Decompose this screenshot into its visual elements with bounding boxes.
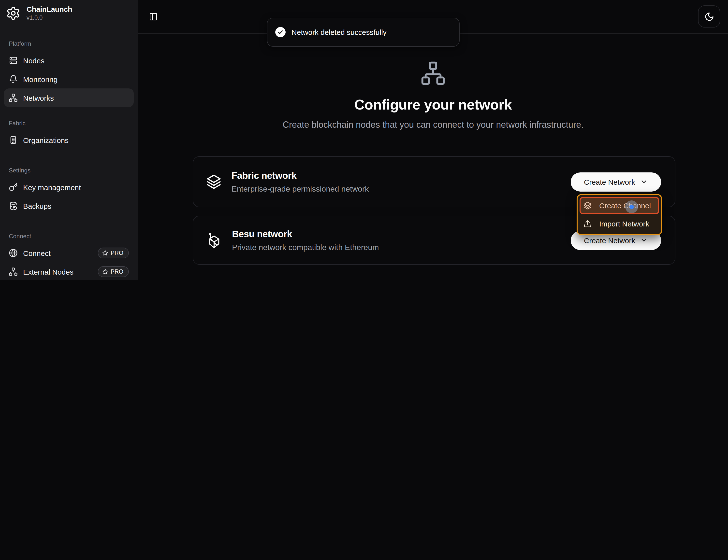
chainlaunch-logo-icon bbox=[6, 6, 21, 21]
menu-item-import-network[interactable]: Import Network bbox=[580, 215, 659, 232]
sidebar-item-label: Organizations bbox=[23, 136, 129, 145]
section-label-fabric: Fabric bbox=[0, 120, 138, 127]
layers-icon bbox=[583, 202, 592, 210]
pro-badge-label: PRO bbox=[111, 250, 123, 257]
nav-fabric: Organizations bbox=[0, 131, 138, 150]
sidebar-item-nodes[interactable]: Nodes bbox=[4, 51, 134, 70]
nav-platform: Nodes Monitoring Networks bbox=[0, 51, 138, 107]
nav-connect: Connect PRO External Nodes PRO bbox=[0, 244, 138, 280]
card-title: Fabric network bbox=[232, 170, 571, 181]
besu-card-text: Besu network Private network compatible … bbox=[232, 229, 571, 252]
sidebar-item-label: External Nodes bbox=[23, 268, 92, 276]
create-network-label: Create Network bbox=[584, 236, 635, 245]
sidebar-item-external-nodes[interactable]: External Nodes PRO bbox=[4, 263, 134, 280]
create-network-dropdown-menu: Create Channel Import Network bbox=[577, 194, 662, 235]
network-icon bbox=[9, 268, 18, 276]
menu-item-label: Import Network bbox=[599, 220, 649, 228]
database-backup-icon bbox=[9, 202, 18, 211]
sidebar-item-label: Connect bbox=[23, 249, 92, 258]
chevron-down-icon bbox=[640, 178, 648, 186]
sidebar-item-connect[interactable]: Connect PRO bbox=[4, 244, 134, 263]
star-icon bbox=[102, 250, 108, 256]
sidebar-item-label: Backups bbox=[23, 202, 129, 210]
globe-icon bbox=[9, 249, 18, 258]
card-subtitle: Enterprise-grade permissioned network bbox=[232, 185, 571, 193]
app-title: ChainLaunch bbox=[27, 5, 72, 14]
sidebar-item-organizations[interactable]: Organizations bbox=[4, 131, 134, 150]
create-network-label: Create Network bbox=[584, 178, 635, 186]
create-fabric-network-button[interactable]: Create Network bbox=[571, 172, 661, 191]
sidebar-item-backups[interactable]: Backups bbox=[4, 197, 134, 216]
network-icon bbox=[9, 94, 18, 102]
card-title: Besu network bbox=[232, 229, 571, 240]
layers-icon bbox=[206, 174, 222, 190]
page-title: Configure your network bbox=[138, 97, 728, 113]
app-version: v1.0.0 bbox=[27, 14, 72, 22]
section-label-settings: Settings bbox=[0, 167, 138, 174]
sidebar-item-key-management[interactable]: Key management bbox=[4, 178, 134, 197]
sidebar-item-label: Monitoring bbox=[23, 75, 129, 84]
sidebar-item-label: Networks bbox=[23, 94, 129, 102]
nav-settings: Key management Backups bbox=[0, 178, 138, 216]
sidebar-item-networks[interactable]: Networks bbox=[4, 89, 134, 107]
sidebar-item-monitoring[interactable]: Monitoring bbox=[4, 70, 134, 89]
section-label-connect: Connect bbox=[0, 233, 138, 240]
card-subtitle: Private network compatible with Ethereum bbox=[232, 243, 571, 252]
section-label-platform: Platform bbox=[0, 41, 138, 47]
key-icon bbox=[9, 183, 18, 192]
app-logo-row: ChainLaunch v1.0.0 bbox=[0, 0, 138, 27]
sidebar-item-label: Key management bbox=[23, 183, 129, 192]
star-icon bbox=[102, 269, 108, 275]
fabric-card-text: Fabric network Enterprise-grade permissi… bbox=[232, 170, 571, 193]
toast-message: Network deleted successfully bbox=[291, 28, 387, 36]
app-root: ChainLaunch v1.0.0 Platform Nodes Monito… bbox=[0, 0, 728, 280]
sidebar-item-label: Nodes bbox=[23, 57, 129, 65]
pro-badge-label: PRO bbox=[111, 269, 123, 275]
bell-icon bbox=[9, 75, 18, 84]
sidebar: ChainLaunch v1.0.0 Platform Nodes Monito… bbox=[0, 0, 138, 280]
upload-icon bbox=[583, 220, 592, 228]
check-circle-icon bbox=[275, 27, 286, 37]
menu-item-label: Create Channel bbox=[599, 202, 651, 210]
server-icon bbox=[9, 56, 18, 65]
building-icon bbox=[9, 136, 18, 145]
page-subtitle: Create blockchain nodes that you can con… bbox=[138, 120, 728, 130]
besu-cube-icon bbox=[206, 232, 222, 248]
main-area: Network deleted successfully Configure y… bbox=[138, 0, 728, 280]
pro-badge: PRO bbox=[98, 248, 129, 259]
pro-badge: PRO bbox=[98, 267, 129, 277]
chevron-down-icon bbox=[640, 236, 648, 244]
network-hierarchy-icon bbox=[420, 60, 446, 86]
app-logo-text: ChainLaunch v1.0.0 bbox=[27, 5, 72, 22]
toast-notification: Network deleted successfully bbox=[267, 18, 460, 47]
menu-item-create-channel[interactable]: Create Channel bbox=[580, 197, 659, 214]
